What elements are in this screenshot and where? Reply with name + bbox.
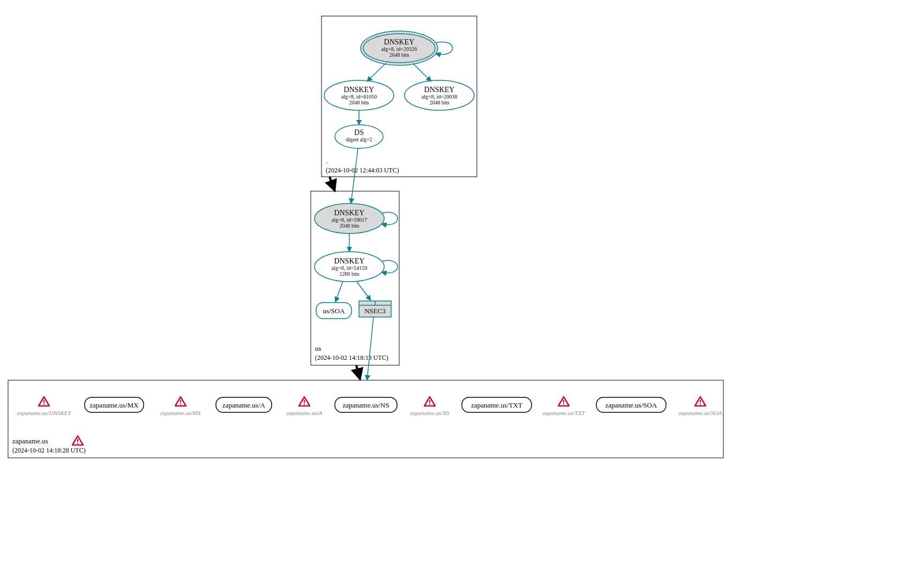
dnssec-diagram: . (2024-10-02 12:44:03 UTC) DNSKEY alg=8…	[0, 0, 920, 588]
svg-text:alg=8, id=20038: alg=8, id=20038	[422, 94, 457, 100]
svg-text:2048 bits: 2048 bits	[390, 52, 409, 58]
svg-text:zapaname.us/NS: zapaname.us/NS	[342, 401, 389, 409]
node-target-a: zapaname.us/A	[216, 397, 272, 412]
zone-label-root: .	[326, 157, 327, 165]
svg-text:alg=8, id=61050: alg=8, id=61050	[341, 94, 377, 100]
node-root-dnskey-zsk1: DNSKEY alg=8, id=61050 2048 bits	[324, 80, 394, 110]
node-us-nsec3: NSEC3	[359, 301, 391, 317]
zone-box-target	[8, 380, 723, 458]
svg-text:zapaname.us/A: zapaname.us/A	[286, 410, 323, 416]
warning-icon	[175, 397, 186, 406]
svg-text:zapaname.us/NS: zapaname.us/NS	[409, 410, 450, 416]
svg-text:alg=8, id=20326: alg=8, id=20326	[382, 46, 417, 52]
node-target-txt: zapaname.us/TXT	[462, 397, 532, 412]
svg-text:DNSKEY: DNSKEY	[334, 209, 365, 217]
svg-text:2048 bits: 2048 bits	[349, 100, 369, 105]
warn-a: zapaname.us/A	[286, 397, 323, 416]
warning-icon	[695, 397, 706, 406]
node-root-dnskey-ksk: DNSKEY alg=8, id=20326 2048 bits	[361, 31, 438, 65]
warning-icon	[39, 397, 49, 406]
edge-rootzone-uszone	[330, 177, 335, 191]
svg-text:DNSKEY: DNSKEY	[424, 86, 455, 94]
svg-text:NSEC3: NSEC3	[364, 307, 386, 315]
zone-label-target: zapaname.us	[12, 437, 48, 445]
zone-ts-root: (2024-10-02 12:44:03 UTC)	[326, 167, 399, 174]
edge-root-ksk-zsk2	[413, 63, 431, 81]
warn-txt: zapaname.us/TXT	[542, 397, 585, 416]
warn-dnskey: zapaname.us/DNSKEY	[16, 397, 72, 416]
warning-icon	[424, 397, 435, 406]
zone-ts-us: (2024-10-02 14:18:13 UTC)	[315, 354, 388, 361]
edge-uszone-targetzone	[356, 365, 360, 380]
warning-icon	[299, 397, 310, 406]
svg-text:2048 bits: 2048 bits	[430, 100, 450, 105]
svg-text:alg=8, id=59017: alg=8, id=59017	[332, 217, 367, 223]
warn-soa: zapaname.us/SOA	[678, 397, 722, 416]
svg-text:DNSKEY: DNSKEY	[334, 257, 365, 265]
node-root-ds: DS digest alg=2	[335, 125, 383, 148]
node-us-soa: us/SOA	[316, 303, 351, 319]
svg-text:1280 bits: 1280 bits	[340, 271, 360, 277]
warning-icon	[558, 397, 569, 406]
edge-us-zsk-soa	[335, 281, 343, 302]
warning-icon	[72, 436, 83, 445]
svg-text:us/SOA: us/SOA	[323, 307, 345, 315]
node-target-mx: zapaname.us/MX	[85, 397, 144, 412]
node-target-soa: zapaname.us/SOA	[596, 397, 666, 412]
edge-ds-usksk	[351, 148, 358, 203]
warn-mx: zapaname.us/MX	[160, 397, 201, 416]
svg-text:zapaname.us/DNSKEY: zapaname.us/DNSKEY	[16, 410, 72, 416]
node-us-dnskey-ksk: DNSKEY alg=8, id=59017 2048 bits	[315, 203, 384, 233]
zone-label-us: us	[315, 344, 321, 352]
edge-nsec3-target	[367, 317, 373, 380]
svg-text:2048 bits: 2048 bits	[340, 223, 360, 229]
svg-text:zapaname.us/MX: zapaname.us/MX	[89, 401, 139, 409]
svg-text:zapaname.us/A: zapaname.us/A	[222, 401, 265, 409]
warn-ns: zapaname.us/NS	[409, 397, 450, 416]
node-target-ns: zapaname.us/NS	[335, 397, 397, 412]
svg-text:zapaname.us/MX: zapaname.us/MX	[160, 410, 201, 416]
edge-root-ksk-zsk1	[367, 63, 386, 81]
svg-text:zapaname.us/TXT: zapaname.us/TXT	[542, 410, 585, 416]
svg-text:digest alg=2: digest alg=2	[346, 137, 372, 142]
svg-text:zapaname.us/SOA: zapaname.us/SOA	[678, 410, 722, 416]
node-us-dnskey-zsk: DNSKEY alg=8, id=54159 1280 bits	[315, 252, 384, 282]
zone-ts-target: (2024-10-02 14:18:28 UTC)	[12, 447, 86, 454]
svg-text:DNSKEY: DNSKEY	[344, 86, 375, 94]
svg-text:zapaname.us/TXT: zapaname.us/TXT	[471, 401, 522, 409]
edge-us-zsk-nsec3	[356, 281, 371, 300]
svg-text:zapaname.us/SOA: zapaname.us/SOA	[605, 401, 657, 409]
svg-text:DNSKEY: DNSKEY	[384, 38, 415, 46]
svg-text:DS: DS	[354, 129, 364, 137]
node-root-dnskey-zsk2: DNSKEY alg=8, id=20038 2048 bits	[405, 80, 474, 110]
svg-text:alg=8, id=54159: alg=8, id=54159	[332, 265, 367, 271]
